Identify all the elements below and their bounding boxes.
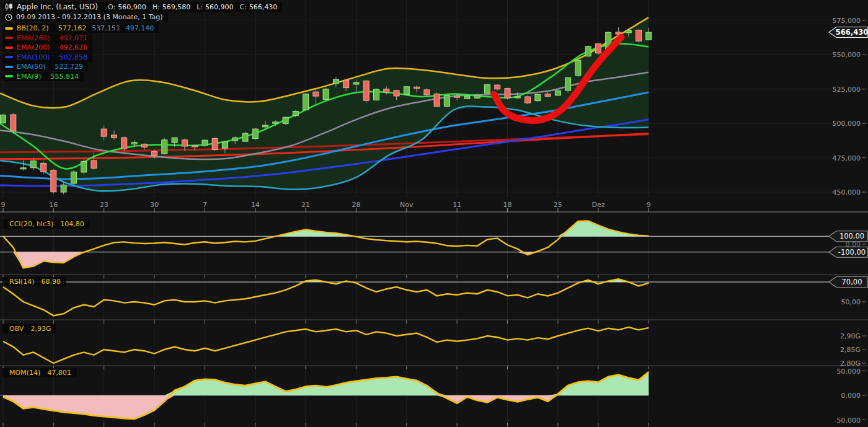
candle [384, 89, 389, 92]
price-axis-label: 450,000 [833, 188, 861, 196]
ema9-swatch-icon [5, 75, 13, 77]
panel-legend-value: 2,93G [30, 325, 51, 333]
legend-item-ema200[interactable]: EMA(200)492,626 [2, 43, 92, 52]
candle [444, 95, 450, 107]
svg-text:566,430: 566,430 [836, 28, 868, 37]
legend-item-ema9[interactable]: EMA(9)555,814 [2, 72, 84, 81]
legend-value: 577,162 [58, 24, 87, 32]
mom-legend[interactable]: MOM(14)47,801 [2, 368, 77, 377]
x-axis-label: 9 [647, 201, 651, 209]
candle [555, 91, 560, 95]
bb-swatch-icon [5, 27, 13, 30]
x-axis-label: 7 [203, 201, 207, 209]
legend-values: 492,626 [54, 43, 88, 51]
candle [112, 135, 117, 138]
rsi-legend[interactable]: RSI(14)68,98 [2, 277, 66, 286]
candle [252, 129, 258, 139]
instrument-title: Apple Inc. (Last, USD) [17, 2, 98, 11]
ohlc-key: H: [153, 3, 160, 11]
legend-item-ema50[interactable]: EMA(50)522,729 [2, 62, 88, 71]
obv-line [3, 327, 649, 363]
svg-text:-100,00: -100,00 [838, 248, 866, 257]
ohlc-value: 566,430 [249, 3, 278, 11]
legend-values: 577,162537,151497,140 [53, 24, 154, 32]
candle [424, 90, 430, 95]
candle [646, 32, 652, 40]
candle [323, 89, 329, 100]
candlestick-icon [5, 3, 13, 11]
candle [41, 164, 46, 172]
obv-axis-label: 2,80G [840, 359, 861, 368]
candle [20, 168, 26, 169]
legend-item-ema100[interactable]: EMA(100)502,858 [2, 53, 92, 62]
legend-values: 502,858 [54, 53, 88, 61]
candle [374, 89, 379, 100]
candle [515, 97, 520, 98]
mom-axis-label: 0,000 [841, 392, 861, 400]
cci-level-tag: -100,00 [829, 247, 867, 257]
ohlc-value: 560,900 [205, 3, 234, 11]
legend-item-bb[interactable]: BB(20, 2)577,162537,151497,140 [2, 24, 159, 33]
candle [333, 80, 339, 84]
candle [434, 94, 440, 107]
cci-legend[interactable]: CCI(20, hlc3)104,80 [2, 219, 90, 229]
date-range-row[interactable]: 09.09.2013 - 09.12.2013 (3 Monate, 1 Tag… [2, 12, 168, 22]
x-axis-label: 21 [301, 201, 310, 209]
mom-axis-label: -50,000 [835, 416, 861, 424]
candle [626, 30, 631, 33]
last-price-tag: 566,430 [829, 27, 868, 37]
ohlc-key: C: [239, 3, 246, 11]
panel-legend-label: CCI(20, hlc3) [9, 220, 53, 228]
candle [585, 46, 591, 56]
candle [474, 95, 480, 99]
price-axis-label: 575,000 [833, 17, 861, 25]
x-axis-label: 23 [100, 201, 108, 209]
candle [525, 97, 531, 103]
candle [636, 30, 642, 42]
legend-value: 492,071 [60, 34, 88, 42]
chart-canvas[interactable]: 100,00-100,0070,00566,430 [0, 0, 868, 427]
candle [242, 133, 248, 141]
candle [313, 92, 319, 96]
legend-value: 502,858 [60, 53, 88, 61]
candle [273, 122, 278, 123]
obv-legend[interactable]: OBV2,93G [2, 324, 56, 333]
legend-value: 537,151 [92, 24, 120, 32]
candle [595, 44, 601, 53]
obv-axis-label: 2,85G [840, 346, 861, 354]
legend-label: EMA(9) [17, 73, 42, 81]
candle [353, 82, 359, 84]
rsi-axis-label: 50,00 [841, 298, 861, 306]
candle [81, 162, 87, 172]
panel-legend-label: OBV [9, 325, 24, 333]
candle [51, 170, 56, 192]
x-axis-label: 30 [150, 201, 159, 209]
candle [495, 85, 500, 89]
candle [303, 94, 309, 110]
candle [293, 112, 298, 116]
candle [565, 77, 571, 90]
candle [454, 96, 460, 97]
panel-legend-value: 47,801 [47, 369, 71, 377]
legend-label: EMA(100) [17, 53, 50, 61]
candle [172, 138, 177, 143]
ohlc-value: 560,900 [118, 3, 146, 11]
candle [363, 81, 369, 101]
ohlc-values: O:560,900H:569,580L:560,900C:566,430 [102, 3, 277, 11]
instrument-header[interactable]: Apple Inc. (Last, USD) O:560,900H:569,58… [2, 2, 282, 12]
x-axis-label: Nov [400, 201, 413, 209]
ohlc-key: L: [197, 3, 203, 11]
ema100-swatch-icon [5, 56, 13, 58]
legend-values: 492,071 [54, 34, 88, 42]
legend-item-ema260[interactable]: EMA(260)492,071 [2, 33, 92, 43]
candle [222, 142, 228, 148]
candle [162, 140, 167, 154]
price-axis-label: 525,000 [833, 85, 861, 93]
candle [414, 87, 420, 88]
candle [545, 94, 551, 97]
legend-label: BB(20, 2) [17, 24, 49, 32]
candle [202, 140, 208, 145]
panel-legend-label: RSI(14) [9, 278, 34, 286]
candle [505, 89, 510, 98]
candle [212, 139, 218, 150]
